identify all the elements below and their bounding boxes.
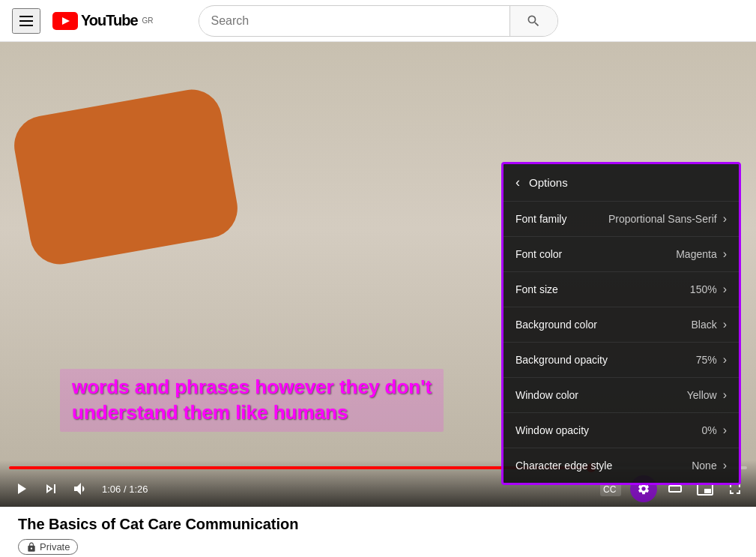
window-color-label: Window color xyxy=(515,389,578,401)
character-edge-style-value: None › xyxy=(692,459,727,472)
private-label: Private xyxy=(40,541,70,553)
video-title: The Basics of Cat Care Communication xyxy=(18,516,738,533)
background-opacity-value: 75% › xyxy=(696,353,727,367)
font-size-label: Font size xyxy=(515,283,558,295)
background-color-row[interactable]: Background color Black › xyxy=(504,307,739,343)
chevron-right-icon: › xyxy=(723,212,727,226)
font-color-label: Font color xyxy=(515,248,562,260)
search-button[interactable] xyxy=(509,6,557,36)
chevron-right-icon: › xyxy=(723,353,727,367)
hamburger-menu[interactable] xyxy=(12,8,40,34)
chevron-right-icon: › xyxy=(723,424,727,437)
window-color-value: Yellow › xyxy=(687,388,727,402)
subtitle-overlay: words and phrases however they don't und… xyxy=(60,369,444,432)
background-opacity-label: Background opacity xyxy=(515,354,608,366)
header: YouTubeGR xyxy=(0,0,756,42)
window-opacity-row[interactable]: Window opacity 0% › xyxy=(504,413,739,448)
window-color-row[interactable]: Window color Yellow › xyxy=(504,378,739,413)
video-player: words and phrases however they don't und… xyxy=(0,42,756,507)
lock-icon xyxy=(26,542,37,553)
chevron-right-icon: › xyxy=(723,318,727,331)
window-opacity-label: Window opacity xyxy=(515,424,589,436)
font-color-row[interactable]: Font color Magenta › xyxy=(504,237,739,272)
search-icon xyxy=(526,13,541,28)
video-info: The Basics of Cat Care Communication Pri… xyxy=(0,507,756,557)
header-left: YouTubeGR xyxy=(12,8,154,34)
search-bar xyxy=(199,5,558,37)
back-icon: ‹ xyxy=(515,175,520,190)
character-edge-style-label: Character edge style xyxy=(515,460,612,472)
font-size-row[interactable]: Font size 150% › xyxy=(504,272,739,307)
logo[interactable]: YouTubeGR xyxy=(52,12,154,30)
character-edge-style-row[interactable]: Character edge style None › xyxy=(504,448,739,483)
background-color-label: Background color xyxy=(515,319,597,331)
chevron-right-icon: › xyxy=(723,459,727,472)
search-input[interactable] xyxy=(199,8,509,34)
font-size-value: 150% › xyxy=(690,283,727,296)
logo-text: YouTube xyxy=(81,12,138,29)
font-color-value: Magenta › xyxy=(676,247,727,261)
play-button[interactable] xyxy=(9,477,33,501)
svg-text:CC: CC xyxy=(603,484,617,495)
options-header[interactable]: ‹ Options xyxy=(504,164,739,202)
chevron-right-icon: › xyxy=(723,388,727,402)
options-title: Options xyxy=(529,176,568,189)
background-color-value: Black › xyxy=(691,318,727,331)
chevron-right-icon: › xyxy=(723,247,727,261)
time-display: 1:06 / 1:26 xyxy=(102,484,148,495)
chevron-right-icon: › xyxy=(723,283,727,296)
youtube-logo-icon xyxy=(52,12,78,30)
subtitle-text: words and phrases however they don't und… xyxy=(72,375,432,426)
next-button[interactable] xyxy=(39,477,63,501)
window-opacity-value: 0% › xyxy=(701,424,727,437)
font-family-value: Proportional Sans-Serif › xyxy=(608,212,727,226)
volume-button[interactable] xyxy=(69,477,93,501)
private-badge: Private xyxy=(18,539,78,555)
logo-country: GR xyxy=(142,16,154,25)
background-opacity-row[interactable]: Background opacity 75% › xyxy=(504,343,739,378)
font-family-label: Font family xyxy=(515,213,566,225)
options-panel: ‹ Options Font family Proportional Sans-… xyxy=(501,162,741,485)
font-family-row[interactable]: Font family Proportional Sans-Serif › xyxy=(504,202,739,237)
